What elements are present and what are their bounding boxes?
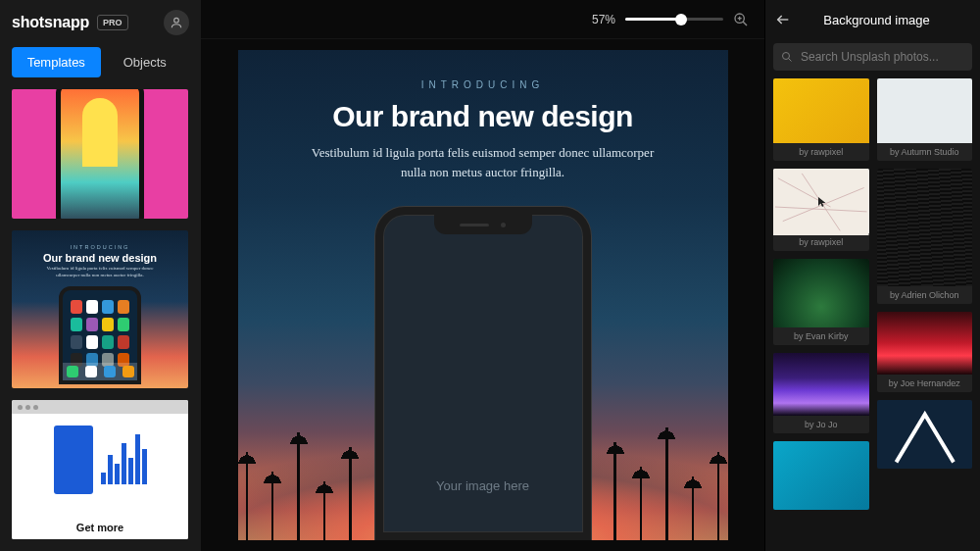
zoom-in-icon [733,12,749,27]
svg-point-6 [783,53,790,60]
search-field-wrap [773,43,972,71]
zoom-in-button[interactable] [733,12,749,27]
template-list[interactable]: INTRODUCING Our brand new design Vestibu… [0,77,201,551]
image-credit: by rawpixel [773,143,869,161]
left-header: shotsnapp PRO [0,0,201,47]
zoom-slider[interactable] [625,12,723,27]
center-area: 57% INTRODUCING Our brand [201,0,764,551]
template-headline: Get more [12,522,188,533]
search-icon [781,51,793,63]
svg-point-0 [174,18,179,23]
image-card[interactable]: by Adrien Olichon [877,169,973,304]
canvas-stage[interactable]: INTRODUCING Our brand new design Vestibu… [201,39,764,551]
template-item[interactable]: Get more [12,400,188,539]
back-button[interactable] [775,12,791,27]
user-icon [170,16,183,29]
logo: shotsnapp [12,14,89,31]
image-card[interactable]: by Autumn Studio [877,78,973,161]
canvas-overline[interactable]: INTRODUCING [421,79,545,90]
template-item[interactable]: INTRODUCING Our brand new design Vestibu… [12,230,188,388]
image-credit: by rawpixel [773,233,869,251]
image-card[interactable]: by Evan Kirby [773,259,869,345]
account-button[interactable] [164,10,189,35]
pro-badge: PRO [97,15,128,30]
image-placeholder[interactable]: Your image here [383,478,583,493]
arrow-left-icon [775,12,791,27]
right-panel: Background image by rawpixel [764,0,980,551]
svg-line-2 [743,22,747,25]
right-header: Background image [765,0,980,39]
device-notch [434,215,532,234]
image-card[interactable] [877,400,973,469]
image-card[interactable]: by Joe Hernandez [877,312,973,392]
triangle-thumb [877,400,973,467]
image-card[interactable]: by rawpixel [773,78,869,161]
image-credit: by Jo Jo [773,416,869,433]
right-panel-title: Background image [803,13,970,27]
tab-templates[interactable]: Templates [12,47,101,77]
app-root: shotsnapp PRO Templates Objects INTRODUC… [0,0,980,551]
template-item[interactable] [12,89,188,219]
image-card[interactable]: by rawpixel [773,169,869,251]
image-credit: by Autumn Studio [877,143,973,161]
image-card[interactable] [773,441,869,510]
zoom-level: 57% [592,13,615,26]
search-input[interactable] [773,43,972,71]
image-card[interactable]: by Jo Jo [773,353,869,433]
sidebar-tabs: Templates Objects [0,47,201,77]
svg-line-7 [789,59,792,62]
cursor-icon [816,196,828,208]
left-sidebar: shotsnapp PRO Templates Objects INTRODUC… [0,0,201,551]
canvas-subtext[interactable]: Vestibulum id ligula porta felis euismod… [307,143,660,181]
tab-objects[interactable]: Objects [101,47,190,77]
canvas-toolbar: 57% [201,0,764,39]
image-credit: by Evan Kirby [773,327,869,345]
template-overline: INTRODUCING [71,244,130,250]
image-credit: by Adrien Olichon [877,286,973,304]
template-headline: Our brand new design [43,252,157,264]
image-grid[interactable]: by rawpixel by rawpixel by Evan Kirby by… [765,78,980,551]
canvas-headline[interactable]: Our brand new design [332,100,633,133]
design-canvas[interactable]: INTRODUCING Our brand new design Vestibu… [238,50,728,540]
device-mockup[interactable]: Your image here [375,207,591,540]
image-credit: by Joe Hernandez [877,375,973,392]
template-sub: Vestibulum id ligula porta felis euismod… [36,266,164,278]
